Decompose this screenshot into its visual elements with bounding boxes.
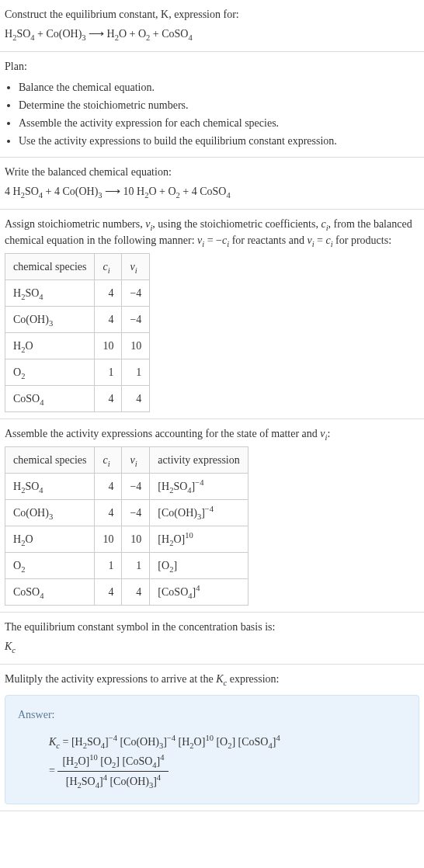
activity-section: Assemble the activity expressions accoun… xyxy=(0,419,424,613)
cell-vi: 4 xyxy=(122,579,150,606)
table-row: H2SO4 4 −4 xyxy=(5,280,150,307)
cell-ci: 4 xyxy=(95,280,122,307)
cell-species: Co(OH)3 xyxy=(5,307,95,333)
cell-vi: 1 xyxy=(122,553,150,579)
cell-vi: 10 xyxy=(122,333,150,359)
table-row: CoSO4 4 4 xyxy=(5,386,150,412)
intro-prompt: Construct the equilibrium constant, K, e… xyxy=(5,6,419,23)
cell-species: CoSO4 xyxy=(5,386,95,412)
plan-item: Use the activity expressions to build th… xyxy=(19,133,419,149)
balanced-title: Write the balanced chemical equation: xyxy=(5,164,419,180)
cell-species: H2O xyxy=(5,333,95,359)
balanced-section: Write the balanced chemical equation: 4 … xyxy=(0,158,424,210)
cell-species: O2 xyxy=(5,359,95,386)
intro-equation: H2SO4 + Co(OH)3 ⟶ H2O + O2 + CoSO4 xyxy=(5,26,419,42)
stoich-section: Assign stoichiometric numbers, νi, using… xyxy=(0,210,424,419)
table-row: H2SO4 4 −4 [H2SO4]−4 xyxy=(5,474,248,500)
cell-ci: 4 xyxy=(95,579,122,606)
col-ci: ci xyxy=(95,447,122,474)
cell-ci: 10 xyxy=(95,526,122,553)
cell-activity: [O2] xyxy=(150,553,248,579)
multiply-text: Mulitply the activity expressions to arr… xyxy=(5,671,419,687)
answer-box: Answer: Kc = [H2SO4]−4 [Co(OH)3]−4 [H2O]… xyxy=(5,695,419,804)
col-species: chemical species xyxy=(5,254,95,280)
col-vi: νi xyxy=(122,447,150,474)
cell-species: H2SO4 xyxy=(5,280,95,307)
col-activity: activity expression xyxy=(150,447,248,474)
table-row: CoSO4 4 4 [CoSO4]4 xyxy=(5,579,248,606)
plan-item: Assemble the activity expression for eac… xyxy=(19,115,419,131)
table-row: H2O 10 10 xyxy=(5,333,150,359)
col-species: chemical species xyxy=(5,447,95,474)
table-row: O2 1 1 xyxy=(5,359,150,386)
table-header-row: chemical species ci νi xyxy=(5,254,150,280)
kc-symbol: Kc xyxy=(5,638,419,654)
intro-section: Construct the equilibrium constant, K, e… xyxy=(0,0,424,52)
kc-title: The equilibrium constant symbol in the c… xyxy=(5,619,419,635)
cell-ci: 4 xyxy=(95,500,122,526)
answer-line2: = [H2O]10 [O2] [CoSO4]4 [H2SO4]4 [Co(OH)… xyxy=(49,753,406,790)
table-row: O2 1 1 [O2] xyxy=(5,553,248,579)
cell-vi: −4 xyxy=(122,307,150,333)
cell-ci: 4 xyxy=(95,474,122,500)
cell-ci: 4 xyxy=(95,386,122,412)
col-ci: ci xyxy=(95,254,122,280)
table-row: H2O 10 10 [H2O]10 xyxy=(5,526,248,553)
plan-title: Plan: xyxy=(5,58,419,75)
table-header-row: chemical species ci νi activity expressi… xyxy=(5,447,248,474)
col-vi: νi xyxy=(122,254,150,280)
cell-ci: 4 xyxy=(95,307,122,333)
cell-activity: [H2SO4]−4 xyxy=(150,474,248,500)
cell-vi: −4 xyxy=(122,500,150,526)
cell-vi: 4 xyxy=(122,386,150,412)
cell-activity: [Co(OH)3]−4 xyxy=(150,500,248,526)
cell-ci: 10 xyxy=(95,333,122,359)
plan-item: Balance the chemical equation. xyxy=(19,79,419,95)
table-row: Co(OH)3 4 −4 [Co(OH)3]−4 xyxy=(5,500,248,526)
cell-species: H2SO4 xyxy=(5,474,95,500)
stoich-text: Assign stoichiometric numbers, νi, using… xyxy=(5,216,419,248)
cell-species: H2O xyxy=(5,526,95,553)
answer-line1: Kc = [H2SO4]−4 [Co(OH)3]−4 [H2O]10 [O2] … xyxy=(49,734,406,750)
cell-vi: −4 xyxy=(122,280,150,307)
activity-text: Assemble the activity expressions accoun… xyxy=(5,425,419,442)
cell-species: Co(OH)3 xyxy=(5,500,95,526)
cell-vi: −4 xyxy=(122,474,150,500)
cell-activity: [CoSO4]4 xyxy=(150,579,248,606)
plan-list: Balance the chemical equation. Determine… xyxy=(5,79,419,149)
answer-frac-num: [H2O]10 [O2] [CoSO4]4 xyxy=(57,753,169,772)
kc-section: The equilibrium constant symbol in the c… xyxy=(0,613,424,665)
multiply-section: Mulitply the activity expressions to arr… xyxy=(0,665,424,811)
activity-table: chemical species ci νi activity expressi… xyxy=(5,446,248,606)
balanced-equation: 4 H2SO4 + 4 Co(OH)3 ⟶ 10 H2O + O2 + 4 Co… xyxy=(5,183,419,200)
answer-frac-den: [H2SO4]4 [Co(OH)3]4 xyxy=(57,772,169,790)
cell-species: CoSO4 xyxy=(5,579,95,606)
plan-section: Plan: Balance the chemical equation. Det… xyxy=(0,52,424,158)
table-row: Co(OH)3 4 −4 xyxy=(5,307,150,333)
plan-item: Determine the stoichiometric numbers. xyxy=(19,97,419,113)
cell-vi: 10 xyxy=(122,526,150,553)
cell-species: O2 xyxy=(5,553,95,579)
cell-vi: 1 xyxy=(122,359,150,386)
cell-ci: 1 xyxy=(95,359,122,386)
cell-ci: 1 xyxy=(95,553,122,579)
cell-activity: [H2O]10 xyxy=(150,526,248,553)
answer-title: Answer: xyxy=(18,707,406,723)
stoich-table: chemical species ci νi H2SO4 4 −4 Co(OH)… xyxy=(5,253,150,412)
